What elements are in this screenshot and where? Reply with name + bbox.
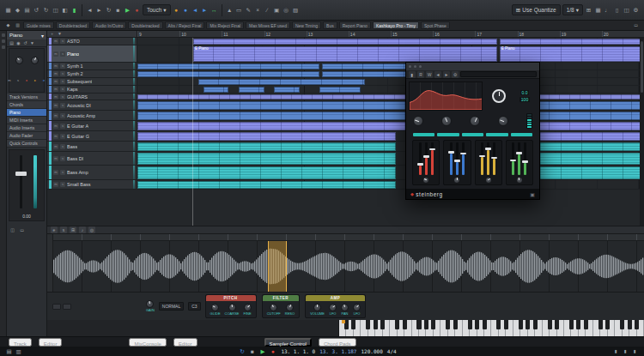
zone-toggle-icon[interactable]: ▭: [18, 226, 26, 235]
plugin-read-icon[interactable]: R: [417, 71, 424, 78]
plugin-preset-prev-icon[interactable]: ◄: [434, 71, 441, 78]
solo-button[interactable]: s: [60, 39, 65, 44]
band-knob[interactable]: [422, 177, 429, 184]
solo-button[interactable]: s: [60, 51, 65, 57]
window-layout-icon[interactable]: ◫: [52, 5, 59, 15]
plugin-band-button[interactable]: [486, 133, 507, 136]
autoscroll-icon[interactable]: ↔: [210, 5, 218, 15]
mute-button[interactable]: m: [53, 170, 58, 175]
forward-icon[interactable]: ►: [95, 5, 103, 15]
track-lane[interactable]: [137, 166, 644, 179]
black-key[interactable]: [533, 320, 538, 329]
metronome-icon[interactable]: ♩: [604, 5, 611, 15]
workspace-segment[interactable]: Bus: [323, 21, 337, 29]
black-key[interactable]: [605, 320, 610, 329]
visibility-tab-icon[interactable]: ◉: [15, 39, 21, 46]
black-key[interactable]: [548, 320, 552, 329]
plugin-main-knob[interactable]: [492, 89, 506, 103]
clip[interactable]: [137, 153, 396, 165]
mute-button[interactable]: m: [53, 51, 58, 57]
disk-indicator[interactable]: ▮: [631, 347, 639, 356]
filter-tab-icon[interactable]: ▼: [29, 39, 35, 46]
strip-handle-icon[interactable]: [2, 39, 5, 43]
clip[interactable]: E Piano: [193, 46, 497, 62]
track-list-entry[interactable]: msKaps: [47, 86, 137, 93]
clip[interactable]: [137, 142, 396, 151]
band-slider[interactable]: [512, 142, 514, 175]
record-icon[interactable]: ●: [133, 5, 141, 15]
plugin-titlebar[interactable]: [406, 63, 539, 70]
solo-button[interactable]: s: [60, 182, 65, 187]
workspace-segment[interactable]: Doubletracked: [128, 21, 162, 29]
status-menu-icon[interactable]: ▤: [5, 347, 13, 356]
band-knob[interactable]: [485, 177, 492, 184]
track-lane[interactable]: [137, 94, 644, 100]
black-key[interactable]: [351, 320, 355, 329]
mute-button[interactable]: m: [53, 182, 58, 187]
zone-tab-editor[interactable]: Editor: [39, 338, 63, 347]
lfo-knob[interactable]: [329, 304, 337, 311]
lfo-knob[interactable]: [353, 304, 361, 311]
vertical-scrollbar[interactable]: [640, 38, 644, 226]
waveform-selection[interactable]: [268, 241, 287, 292]
project-setup-icon[interactable]: ▤: [23, 5, 31, 15]
track-list-entry[interactable]: msBass Amp: [47, 166, 137, 179]
band-slider[interactable]: [450, 142, 453, 175]
status-play-icon[interactable]: ▶: [258, 347, 266, 356]
plugin-settings-icon[interactable]: ⚙: [452, 71, 459, 78]
mute-button[interactable]: m: [53, 87, 58, 92]
quantize-value-dropdown[interactable]: 1/8▾: [562, 4, 583, 15]
clip[interactable]: [137, 132, 396, 141]
clip[interactable]: [193, 39, 497, 45]
fader-handle[interactable]: [15, 172, 27, 176]
mute-button[interactable]: m: [53, 156, 58, 161]
app-menu-icon[interactable]: ▦: [4, 5, 12, 15]
rewind-icon[interactable]: ◄: [86, 5, 94, 15]
plugin-band-button[interactable]: [413, 133, 434, 136]
slider-cap[interactable]: [429, 148, 435, 151]
clip[interactable]: [274, 87, 300, 93]
black-key[interactable]: [555, 320, 559, 329]
inspector-section-track-versions[interactable]: Track Versions: [7, 94, 46, 101]
editor-zoom-icon[interactable]: ◎: [88, 226, 95, 233]
musical-mode-icon[interactable]: ♪: [79, 226, 86, 233]
solo-button[interactable]: s: [60, 156, 65, 161]
color-tool-icon[interactable]: ▨: [292, 5, 300, 15]
clip[interactable]: [137, 122, 641, 130]
hub-icon[interactable]: ◆: [14, 5, 21, 15]
undo-icon[interactable]: ↺: [33, 5, 40, 15]
mute-button[interactable]: m: [53, 113, 58, 118]
band-slider[interactable]: [425, 142, 428, 175]
pan-knob[interactable]: [341, 304, 349, 311]
workspace-segment[interactable]: Kashkayo Pro - Timy: [373, 21, 419, 29]
overview-toggle-icon[interactable]: ▭: [632, 21, 640, 30]
track-list-entry[interactable]: msSynth 1: [47, 63, 137, 69]
track-lane[interactable]: [137, 121, 644, 130]
inspector-section-quick-controls[interactable]: Quick Controls: [7, 140, 46, 148]
track-lane[interactable]: [137, 142, 644, 151]
plugin-spectrum-display[interactable]: [409, 81, 483, 111]
inspector-section-chords[interactable]: Chords: [7, 101, 46, 109]
workspace-segment[interactable]: Alts / Reject Final: [165, 21, 205, 29]
cutoff-knob[interactable]: [270, 304, 277, 311]
inspector-section-piano[interactable]: Piano: [7, 109, 46, 117]
workspace-segment[interactable]: New Timing: [292, 21, 321, 29]
use-quantize-toggle[interactable]: ⊞Use Quantize: [512, 4, 561, 15]
marker-icon[interactable]: ◆: [4, 21, 12, 30]
track-lane[interactable]: E PianoE Piano: [137, 45, 644, 62]
black-key[interactable]: [569, 320, 574, 329]
zone-tab-editor[interactable]: Editor: [173, 338, 197, 347]
inspector-toggle-icon[interactable]: ◧: [61, 5, 69, 15]
clip[interactable]: [137, 101, 641, 110]
black-key[interactable]: [374, 320, 378, 329]
mute-button[interactable]: m: [7, 75, 14, 85]
clip[interactable]: [137, 166, 396, 179]
workspace-segment[interactable]: Spot Phase: [421, 21, 450, 29]
mute-button[interactable]: m: [53, 103, 58, 108]
slider-cap[interactable]: [516, 152, 522, 154]
solo-button[interactable]: s: [60, 124, 65, 129]
band-slider[interactable]: [462, 142, 465, 175]
plugin-write-icon[interactable]: W: [426, 71, 433, 78]
edit-channel-button[interactable]: e: [40, 75, 48, 85]
clip[interactable]: [137, 63, 319, 69]
